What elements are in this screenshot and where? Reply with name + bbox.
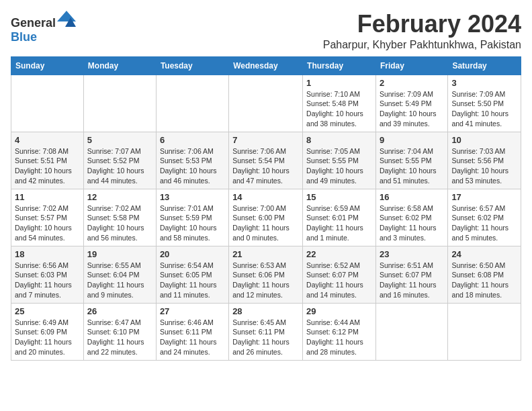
calendar-cell: 25Sunrise: 6:49 AM Sunset: 6:09 PM Dayli… xyxy=(11,303,84,360)
calendar-cell xyxy=(83,75,156,132)
calendar-cell: 8Sunrise: 7:05 AM Sunset: 5:55 PM Daylig… xyxy=(303,132,376,189)
cell-details: Sunrise: 6:45 AM Sunset: 6:11 PM Dayligh… xyxy=(232,318,299,357)
calendar-cell: 14Sunrise: 7:00 AM Sunset: 6:00 PM Dayli… xyxy=(229,189,303,246)
cell-details: Sunrise: 6:58 AM Sunset: 6:02 PM Dayligh… xyxy=(380,203,444,243)
cell-details: Sunrise: 7:10 AM Sunset: 5:48 PM Dayligh… xyxy=(306,89,372,129)
calendar-cell xyxy=(11,75,84,132)
calendar-cell: 13Sunrise: 7:01 AM Sunset: 5:59 PM Dayli… xyxy=(156,189,228,246)
day-number: 8 xyxy=(306,135,372,145)
weekday-header-monday: Monday xyxy=(83,56,156,75)
calendar-cell: 7Sunrise: 7:06 AM Sunset: 5:54 PM Daylig… xyxy=(229,132,303,189)
cell-details: Sunrise: 7:08 AM Sunset: 5:51 PM Dayligh… xyxy=(15,146,80,186)
calendar-cell: 11Sunrise: 7:02 AM Sunset: 5:57 PM Dayli… xyxy=(11,189,84,246)
weekday-header-saturday: Saturday xyxy=(448,56,521,75)
cell-details: Sunrise: 6:56 AM Sunset: 6:03 PM Dayligh… xyxy=(15,261,80,300)
day-number: 11 xyxy=(15,192,80,202)
cell-details: Sunrise: 6:52 AM Sunset: 6:07 PM Dayligh… xyxy=(306,261,372,300)
logo-general: General xyxy=(11,16,56,30)
calendar-week-row: 4Sunrise: 7:08 AM Sunset: 5:51 PM Daylig… xyxy=(11,132,521,189)
cell-details: Sunrise: 6:51 AM Sunset: 6:07 PM Dayligh… xyxy=(380,261,444,300)
day-number: 21 xyxy=(232,249,299,259)
weekday-header-sunday: Sunday xyxy=(11,56,84,75)
day-number: 6 xyxy=(160,135,225,145)
calendar-cell: 24Sunrise: 6:50 AM Sunset: 6:08 PM Dayli… xyxy=(448,246,521,303)
day-number: 5 xyxy=(87,135,152,145)
day-number: 7 xyxy=(232,135,299,145)
cell-details: Sunrise: 7:02 AM Sunset: 5:58 PM Dayligh… xyxy=(87,203,152,243)
location-subtitle: Paharpur, Khyber Pakhtunkhwa, Pakistan xyxy=(323,39,521,51)
day-number: 25 xyxy=(15,306,80,316)
calendar-cell: 10Sunrise: 7:03 AM Sunset: 5:56 PM Dayli… xyxy=(448,132,521,189)
calendar-cell: 15Sunrise: 6:59 AM Sunset: 6:01 PM Dayli… xyxy=(303,189,376,246)
cell-details: Sunrise: 6:49 AM Sunset: 6:09 PM Dayligh… xyxy=(15,318,80,357)
cell-details: Sunrise: 7:09 AM Sunset: 5:50 PM Dayligh… xyxy=(451,89,517,129)
calendar-cell: 2Sunrise: 7:09 AM Sunset: 5:49 PM Daylig… xyxy=(375,75,447,132)
cell-details: Sunrise: 6:53 AM Sunset: 6:06 PM Dayligh… xyxy=(232,261,299,300)
calendar-week-row: 18Sunrise: 6:56 AM Sunset: 6:03 PM Dayli… xyxy=(11,246,521,303)
day-number: 2 xyxy=(380,78,444,88)
cell-details: Sunrise: 7:06 AM Sunset: 5:54 PM Dayligh… xyxy=(232,146,299,186)
logo: General Blue xyxy=(11,11,76,44)
day-number: 18 xyxy=(15,249,80,259)
cell-details: Sunrise: 6:59 AM Sunset: 6:01 PM Dayligh… xyxy=(306,203,372,243)
day-number: 26 xyxy=(87,306,152,316)
day-number: 15 xyxy=(306,192,372,202)
calendar-cell: 1Sunrise: 7:10 AM Sunset: 5:48 PM Daylig… xyxy=(303,75,376,132)
calendar-cell: 4Sunrise: 7:08 AM Sunset: 5:51 PM Daylig… xyxy=(11,132,84,189)
calendar-cell: 28Sunrise: 6:45 AM Sunset: 6:11 PM Dayli… xyxy=(229,303,303,360)
calendar-table: SundayMondayTuesdayWednesdayThursdayFrid… xyxy=(11,56,521,361)
cell-details: Sunrise: 7:02 AM Sunset: 5:57 PM Dayligh… xyxy=(15,203,80,243)
cell-details: Sunrise: 7:07 AM Sunset: 5:52 PM Dayligh… xyxy=(87,146,152,186)
day-number: 4 xyxy=(15,135,80,145)
calendar-week-row: 11Sunrise: 7:02 AM Sunset: 5:57 PM Dayli… xyxy=(11,189,521,246)
calendar-cell: 20Sunrise: 6:54 AM Sunset: 6:05 PM Dayli… xyxy=(156,246,228,303)
cell-details: Sunrise: 6:47 AM Sunset: 6:10 PM Dayligh… xyxy=(87,318,152,357)
weekday-header-row: SundayMondayTuesdayWednesdayThursdayFrid… xyxy=(11,56,521,75)
calendar-cell: 23Sunrise: 6:51 AM Sunset: 6:07 PM Dayli… xyxy=(375,246,447,303)
calendar-cell: 5Sunrise: 7:07 AM Sunset: 5:52 PM Daylig… xyxy=(83,132,156,189)
day-number: 24 xyxy=(451,249,517,259)
cell-details: Sunrise: 7:01 AM Sunset: 5:59 PM Dayligh… xyxy=(160,203,225,243)
day-number: 13 xyxy=(160,192,225,202)
calendar-week-row: 25Sunrise: 6:49 AM Sunset: 6:09 PM Dayli… xyxy=(11,303,521,360)
calendar-cell: 3Sunrise: 7:09 AM Sunset: 5:50 PM Daylig… xyxy=(448,75,521,132)
day-number: 19 xyxy=(87,249,152,259)
weekday-header-friday: Friday xyxy=(375,56,447,75)
page-header: General Blue February 2024 Paharpur, Khy… xyxy=(11,11,521,51)
calendar-cell: 17Sunrise: 6:57 AM Sunset: 6:02 PM Dayli… xyxy=(448,189,521,246)
cell-details: Sunrise: 6:50 AM Sunset: 6:08 PM Dayligh… xyxy=(451,261,517,300)
calendar-cell: 29Sunrise: 6:44 AM Sunset: 6:12 PM Dayli… xyxy=(303,303,376,360)
day-number: 12 xyxy=(87,192,152,202)
calendar-cell: 16Sunrise: 6:58 AM Sunset: 6:02 PM Dayli… xyxy=(375,189,447,246)
calendar-cell: 6Sunrise: 7:06 AM Sunset: 5:53 PM Daylig… xyxy=(156,132,228,189)
day-number: 9 xyxy=(380,135,444,145)
calendar-cell: 18Sunrise: 6:56 AM Sunset: 6:03 PM Dayli… xyxy=(11,246,84,303)
day-number: 20 xyxy=(160,249,225,259)
calendar-cell: 26Sunrise: 6:47 AM Sunset: 6:10 PM Dayli… xyxy=(83,303,156,360)
calendar-header: SundayMondayTuesdayWednesdayThursdayFrid… xyxy=(11,56,521,75)
cell-details: Sunrise: 7:09 AM Sunset: 5:49 PM Dayligh… xyxy=(380,89,444,129)
cell-details: Sunrise: 7:06 AM Sunset: 5:53 PM Dayligh… xyxy=(160,146,225,186)
month-year-title: February 2024 xyxy=(323,11,521,38)
calendar-cell xyxy=(375,303,447,360)
day-number: 17 xyxy=(451,192,517,202)
calendar-body: 1Sunrise: 7:10 AM Sunset: 5:48 PM Daylig… xyxy=(11,75,521,360)
day-number: 1 xyxy=(306,78,372,88)
day-number: 28 xyxy=(232,306,299,316)
day-number: 3 xyxy=(451,78,517,88)
weekday-header-wednesday: Wednesday xyxy=(229,56,303,75)
svg-marker-0 xyxy=(57,11,76,21)
calendar-cell: 19Sunrise: 6:55 AM Sunset: 6:04 PM Dayli… xyxy=(83,246,156,303)
day-number: 22 xyxy=(306,249,372,259)
cell-details: Sunrise: 6:46 AM Sunset: 6:11 PM Dayligh… xyxy=(160,318,225,357)
logo-text: General Blue xyxy=(11,11,76,44)
calendar-cell: 21Sunrise: 6:53 AM Sunset: 6:06 PM Dayli… xyxy=(229,246,303,303)
cell-details: Sunrise: 6:54 AM Sunset: 6:05 PM Dayligh… xyxy=(160,261,225,300)
calendar-cell: 27Sunrise: 6:46 AM Sunset: 6:11 PM Dayli… xyxy=(156,303,228,360)
cell-details: Sunrise: 6:55 AM Sunset: 6:04 PM Dayligh… xyxy=(87,261,152,300)
day-number: 10 xyxy=(451,135,517,145)
cell-details: Sunrise: 7:04 AM Sunset: 5:55 PM Dayligh… xyxy=(380,146,444,186)
day-number: 14 xyxy=(232,192,299,202)
calendar-cell: 9Sunrise: 7:04 AM Sunset: 5:55 PM Daylig… xyxy=(375,132,447,189)
cell-details: Sunrise: 7:05 AM Sunset: 5:55 PM Dayligh… xyxy=(306,146,372,186)
